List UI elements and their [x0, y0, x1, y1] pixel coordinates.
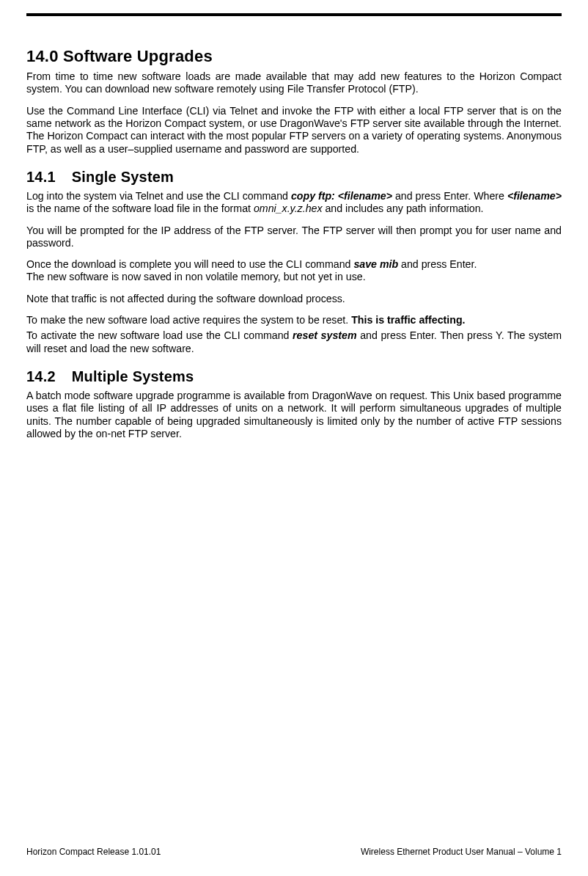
paragraph: Use the Command Line Interface (CLI) via… [26, 105, 562, 156]
cli-command: reset system [293, 329, 356, 341]
warning-text: This is traffic affecting. [351, 314, 465, 326]
top-divider [26, 13, 562, 16]
page-content: 14.0 Software Upgrades From time to time… [26, 47, 562, 440]
subsection-title: Single System [72, 169, 174, 185]
cli-command: copy ftp: <filename> [291, 190, 392, 202]
text: The new software is now saved in non vol… [26, 271, 366, 282]
paragraph: Note that traffic is not affected during… [26, 293, 562, 305]
text: and includes any path information. [323, 202, 484, 214]
section-number: 14.0 [26, 47, 59, 65]
file-format: omni_x.y.z.hex [254, 202, 323, 214]
paragraph: Log into the system via Telnet and use t… [26, 190, 562, 216]
paragraph: To activate the new software load use th… [26, 329, 562, 355]
cli-command: save mib [353, 258, 398, 270]
text: is the name of the software load file in… [26, 202, 254, 214]
text: and press Enter. Where [392, 190, 507, 202]
filename-placeholder: <filename> [507, 190, 562, 202]
subsection-heading: 14.2Multiple Systems [26, 368, 562, 385]
section-heading: 14.0 Software Upgrades [26, 47, 562, 66]
text: To activate the new software load use th… [26, 329, 293, 341]
text: Once the download is complete you will n… [26, 258, 353, 270]
paragraph: Once the download is complete you will n… [26, 258, 562, 284]
text: Log into the system via Telnet and use t… [26, 190, 291, 202]
paragraph: From time to time new software loads are… [26, 70, 562, 96]
subsection-number: 14.1 [26, 169, 56, 186]
paragraph: A batch mode software upgrade programme … [26, 390, 562, 440]
paragraph: To make the new software load active req… [26, 314, 562, 326]
section-title: Software Upgrades [63, 47, 213, 65]
subsection-heading: 14.1Single System [26, 169, 562, 186]
footer-left-text: Horizon Compact Release 1.01.01 [26, 847, 161, 857]
subsection-number: 14.2 [26, 368, 56, 385]
footer-right-text: Wireless Ethernet Product User Manual – … [361, 847, 562, 857]
page-footer: Horizon Compact Release 1.01.01 Wireless… [26, 847, 562, 857]
text: and press Enter. [398, 258, 477, 270]
text: To make the new software load active req… [26, 314, 351, 326]
subsection-title: Multiple Systems [72, 368, 194, 384]
paragraph: You will be prompted for the IP address … [26, 225, 562, 250]
